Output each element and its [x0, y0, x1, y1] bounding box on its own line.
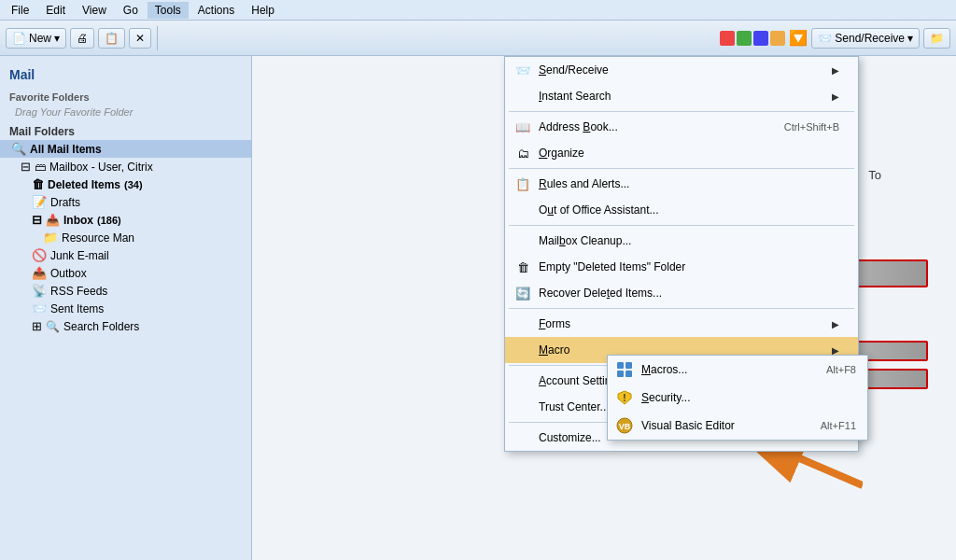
main-layout: Mail Favorite Folders Drag Your Favorite…: [0, 56, 956, 560]
menu-sep-1: [509, 111, 854, 112]
send-receive-icon: 📨: [818, 32, 832, 45]
security-icon: !: [615, 389, 634, 406]
all-mail-icon: 🔍: [11, 142, 26, 156]
organize-menu-icon: 🗂: [514, 145, 531, 161]
toolbar: 📄 New ▾ 🖨 📋 ✕ 🔽 📨 Send/Receive ▾ 📁: [0, 21, 956, 56]
deleted-badge: (34): [124, 179, 143, 190]
filter-icon: 🔽: [789, 29, 808, 47]
menu-mailbox-cleanup[interactable]: Mailbox Cleanup...: [505, 228, 858, 254]
sidebar-item-search-folders[interactable]: ⊞ 🔍 Search Folders: [0, 317, 251, 335]
menu-go[interactable]: Go: [116, 2, 146, 19]
menu-recover-deleted[interactable]: 🔄 Recover Deleted Items...: [505, 280, 858, 306]
inbox-icon: 📥: [46, 214, 60, 227]
drafts-label: Drafts: [50, 196, 80, 209]
delete-icon: ✕: [135, 32, 145, 45]
junk-icon: 🚫: [32, 248, 47, 262]
forms-arrow: ▶: [832, 319, 839, 329]
sidebar-item-mailbox[interactable]: ⊟ 🗃 Mailbox - User, Citrix: [0, 158, 251, 175]
menu-send-receive[interactable]: 📨 Send/Receive ▶: [505, 57, 858, 83]
menu-instant-search[interactable]: Instant Search ▶: [505, 83, 858, 109]
menu-empty-deleted[interactable]: 🗑 Empty "Deleted Items" Folder: [505, 254, 858, 280]
address-book-icon: 📋: [105, 32, 119, 45]
all-mail-label: All Mail Items: [30, 143, 102, 156]
menu-rules-alerts[interactable]: 📋 Rules and Alerts...: [505, 171, 858, 197]
sent-label: Sent Items: [50, 302, 104, 315]
menu-actions[interactable]: Actions: [190, 2, 242, 19]
new-button[interactable]: 📄 New ▾: [6, 28, 66, 49]
address-book-menu-label: Address Book...: [539, 120, 618, 133]
submenu-vb-editor[interactable]: VB Visual Basic Editor Alt+F11: [608, 412, 867, 440]
color-box-blue: [753, 31, 768, 46]
customize-label: Customize...: [539, 431, 601, 444]
send-receive-arrow: ▶: [832, 65, 839, 76]
mailbox-cleanup-icon: [514, 232, 531, 249]
print-button[interactable]: 🖨: [70, 28, 94, 49]
address-book-menu-icon: 📖: [514, 119, 531, 135]
menu-edit[interactable]: Edit: [38, 2, 73, 19]
favorite-folders-title: Favorite Folders: [0, 88, 251, 105]
account-settings-icon: [514, 372, 531, 389]
drag-favorite-text: Drag Your Favorite Folder: [0, 105, 251, 119]
sidebar-item-resource[interactable]: 📁 Resource Man: [0, 229, 251, 246]
menu-out-of-office[interactable]: Out of Office Assistant...: [505, 197, 858, 223]
macro-arrow: ▶: [832, 345, 839, 356]
rules-menu-label: Rules and Alerts...: [539, 177, 629, 190]
color-box-red: [720, 31, 735, 46]
sidebar-item-drafts[interactable]: 📝 Drafts: [0, 193, 251, 211]
menu-organize[interactable]: 🗂 Organize: [505, 140, 858, 166]
macros-icon: [615, 361, 634, 378]
new-label: New: [29, 32, 51, 45]
sidebar-item-deleted[interactable]: 🗑 Deleted Items (34): [0, 175, 251, 193]
send-receive-button[interactable]: 📨 Send/Receive ▾: [811, 28, 920, 49]
rss-icon: 📡: [32, 284, 47, 298]
submenu-macros[interactable]: Macros... Alt+F8: [608, 356, 867, 384]
mailbox-label: Mailbox - User, Citrix: [49, 161, 153, 174]
svg-text:VB: VB: [619, 422, 631, 431]
color-box-yellow: [770, 31, 785, 46]
toolbar-separator-1: [157, 26, 158, 50]
print-icon: 🖨: [77, 32, 88, 45]
menu-help[interactable]: Help: [244, 2, 282, 19]
new-icon: 📄: [12, 32, 26, 45]
svg-rect-2: [617, 362, 624, 369]
delete-button[interactable]: ✕: [129, 28, 151, 49]
trust-center-label: Trust Center...: [539, 400, 610, 413]
menu-forms[interactable]: Forms ▶: [505, 311, 858, 337]
address-book-shortcut: Ctrl+Shift+B: [784, 121, 839, 133]
menu-address-book[interactable]: 📖 Address Book... Ctrl+Shift+B: [505, 114, 858, 140]
search-folders-icon: 🔍: [46, 320, 60, 333]
submenu-security[interactable]: ! Security...: [608, 384, 867, 412]
sidebar-item-junk[interactable]: 🚫 Junk E-mail: [0, 246, 251, 264]
folder-icon: 📁: [930, 32, 944, 45]
color-box-green: [737, 31, 752, 46]
svg-text:!: !: [623, 393, 626, 403]
forms-icon: [514, 315, 531, 332]
menu-tools[interactable]: Tools: [148, 2, 189, 19]
organize-menu-label: Organize: [539, 147, 584, 160]
instant-search-arrow: ▶: [832, 91, 839, 102]
sidebar-item-outbox[interactable]: 📤 Outbox: [0, 264, 251, 282]
out-of-office-icon: [514, 202, 531, 218]
sidebar-item-rss[interactable]: 📡 RSS Feeds: [0, 282, 251, 300]
sidebar: Mail Favorite Folders Drag Your Favorite…: [0, 56, 252, 560]
sidebar-item-inbox[interactable]: ⊟ 📥 Inbox (186): [0, 211, 251, 229]
search-folders-label: Search Folders: [63, 320, 139, 333]
svg-rect-3: [626, 362, 632, 369]
macro-label: Macro: [539, 343, 569, 357]
mailbox-icon: 🗃: [35, 161, 46, 174]
vb-editor-icon: VB: [615, 417, 634, 434]
menu-view[interactable]: View: [75, 2, 114, 19]
folder-button[interactable]: 📁: [923, 28, 950, 49]
menu-file[interactable]: File: [4, 2, 36, 19]
inbox-badge: (186): [97, 215, 121, 226]
macros-label: Macros...: [641, 363, 687, 376]
address-book-button[interactable]: 📋: [98, 28, 125, 49]
sidebar-item-all-mail[interactable]: 🔍 All Mail Items: [0, 140, 251, 158]
resource-label: Resource Man: [62, 231, 134, 245]
expand-inbox-icon: ⊟: [32, 213, 42, 227]
security-label: Security...: [641, 391, 690, 404]
mailbox-cleanup-label: Mailbox Cleanup...: [539, 234, 631, 247]
sidebar-item-sent[interactable]: 📨 Sent Items: [0, 300, 251, 317]
macro-submenu: Macros... Alt+F8 ! Security... VB: [607, 355, 868, 441]
inbox-label: Inbox: [63, 214, 93, 227]
